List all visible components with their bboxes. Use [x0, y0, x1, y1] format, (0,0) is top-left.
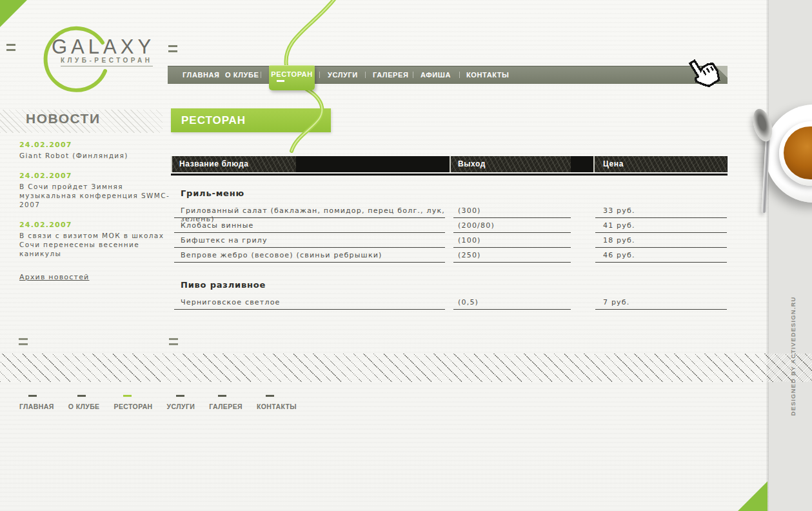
nav-item-glavnaya[interactable]: ГЛАВНАЯ: [183, 66, 220, 84]
dish-portion: (300): [453, 204, 571, 218]
footer-label: О КЛУБЕ: [68, 403, 100, 410]
footer-label: РЕСТОРАН: [114, 403, 153, 410]
nav-separator: [459, 72, 460, 78]
header-segment-separator: [171, 156, 172, 172]
footer-label: ГАЛЕРЕЯ: [209, 403, 243, 410]
news-date: 24.02.2007: [19, 221, 173, 229]
nav-item-afisha[interactable]: АФИША: [421, 66, 451, 84]
dish-name: Бифштекс на грилу: [174, 234, 445, 248]
footer-nav: ГЛАВНАЯ О КЛУБЕ РЕСТОРАН УСЛУГИ ГАЛЕРЕЯ …: [19, 395, 311, 410]
news-list: 24.02.2007 Giant Robot (Финляндия) 24.02…: [19, 141, 173, 282]
news-text: В Сочи пройдет Зимняя музыкальная конфер…: [19, 182, 173, 209]
nav-item-restoran-active[interactable]: РЕСТОРАН: [269, 65, 315, 90]
page-title: РЕСТОРАН: [181, 108, 246, 132]
menu-section-grill: Гриль-меню Грилованный салат (баклажан, …: [171, 188, 728, 263]
nav-item-galereya[interactable]: ГАЛЕРЕЯ: [373, 66, 408, 84]
dish-price: 33 руб.: [595, 204, 727, 218]
nav-item-kontakty[interactable]: КОНТАКТЫ: [466, 66, 509, 84]
dish-price: 46 руб.: [595, 248, 727, 263]
news-date: 24.02.2007: [19, 172, 173, 180]
background-strip: [769, 0, 812, 511]
nav-separator: [413, 72, 413, 78]
dish-price: 18 руб.: [595, 234, 727, 248]
page: GALAXY КЛУБ-РЕСТОРАН ГЛАВНАЯ О КЛУБЕ РЕС…: [0, 0, 812, 511]
dish-name: Черниговское светлое: [174, 296, 445, 310]
news-item[interactable]: 24.02.2007 В связи с визитом МОК в школа…: [19, 221, 173, 258]
table-row: Вепрове жебро (весовое) (свиньи ребрышки…: [171, 248, 728, 263]
footer-item-glavnaya[interactable]: ГЛАВНАЯ: [19, 395, 54, 410]
menu-table: Гриль-меню Грилованный салат (баклажан, …: [171, 188, 728, 310]
footer-dash: [266, 395, 274, 397]
news-item[interactable]: 24.02.2007 Giant Robot (Финляндия): [19, 141, 173, 160]
footer-dash: [218, 395, 226, 397]
table-header-rule: [171, 174, 728, 175]
table-row: Клобасы винные (200/80) 41 руб.: [171, 219, 728, 234]
menu-section-title: Пиво разливное: [181, 280, 728, 290]
equals-marker-icon: [168, 45, 177, 52]
menu-section-beer: Пиво разливное Черниговское светлое (0,5…: [171, 280, 728, 310]
header-segment-separator: [450, 156, 451, 172]
nav-item-uslugi[interactable]: УСЛУГИ: [328, 66, 358, 84]
column-header-name: Название блюда: [179, 156, 249, 172]
active-tab-dash: [277, 80, 284, 82]
footer-label: КОНТАКТЫ: [257, 403, 297, 410]
equals-marker-icon: [169, 338, 178, 345]
news-archive-link[interactable]: Архив новостей: [19, 273, 89, 281]
news-title: НОВОСТИ: [26, 111, 101, 126]
column-header-price: Цена: [603, 156, 624, 172]
footer-dash: [28, 395, 37, 397]
equals-marker-icon: [19, 338, 28, 345]
footer-label: ГЛАВНАЯ: [19, 403, 54, 410]
header-segment-separator: [593, 156, 595, 172]
paper-torn-edge: [766, 0, 769, 511]
footer-item-galereya[interactable]: ГАЛЕРЕЯ: [209, 395, 243, 410]
dish-price: 7 руб.: [595, 296, 727, 310]
brand-logo[interactable]: GALAXY КЛУБ-РЕСТОРАН: [27, 19, 169, 97]
nav-separator: [217, 72, 217, 78]
footer-item-restoran[interactable]: РЕСТОРАН: [114, 395, 153, 410]
dish-name: Клобасы винные: [174, 219, 445, 233]
footer-dash: [176, 395, 184, 397]
column-header-portion: Выход: [458, 156, 486, 172]
dish-price: 41 руб.: [595, 219, 727, 233]
news-text: В связи с визитом МОК в школах Сочи пере…: [19, 231, 173, 258]
nav-item-o-klube[interactable]: О КЛУБЕ: [225, 66, 259, 84]
table-row: Черниговское светлое (0,5) 7 руб.: [171, 296, 728, 310]
news-text: Giant Robot (Финляндия): [19, 151, 173, 160]
menu-table-header: Название блюда Выход Цена: [171, 156, 728, 172]
dish-portion: (0,5): [453, 296, 571, 310]
news-date: 24.02.2007: [19, 141, 173, 149]
footer-label: УСЛУГИ: [167, 403, 195, 410]
hatch-divider-band: [0, 354, 812, 382]
footer-item-kontakty[interactable]: КОНТАКТЫ: [257, 395, 297, 410]
brand-name: GALAXY: [52, 35, 155, 59]
menu-section-title: Гриль-меню: [181, 188, 728, 199]
brand-subtitle: КЛУБ-РЕСТОРАН: [61, 57, 153, 66]
nav-separator: [261, 72, 261, 78]
footer-item-uslugi[interactable]: УСЛУГИ: [167, 395, 195, 410]
nav-separator: [319, 72, 320, 78]
dish-name: Вепрове жебро (весовое) (свиньи ребрышки…: [174, 248, 445, 263]
page-title-banner: РЕСТОРАН: [171, 108, 331, 132]
dish-portion: (200/80): [453, 219, 571, 233]
dish-portion: (100): [453, 234, 571, 248]
corner-triangle-top-left: [0, 0, 27, 27]
nav-separator: [365, 72, 366, 78]
designer-credit[interactable]: DESIGNED BY ACTIVEDESIGN.RU: [789, 313, 798, 416]
footer-item-o-klube[interactable]: О КЛУБЕ: [68, 395, 100, 410]
equals-marker-icon: [6, 44, 15, 51]
table-row: Бифштекс на грилу (100) 18 руб.: [171, 234, 728, 248]
dish-portion: (250): [453, 248, 571, 263]
corner-triangle-bottom-right: [738, 481, 767, 511]
table-row: Грилованный салат (баклажан, помидор, пе…: [171, 204, 728, 219]
news-item[interactable]: 24.02.2007 В Сочи пройдет Зимняя музыкал…: [19, 172, 173, 209]
hand-cursor-icon: [685, 54, 721, 94]
footer-dash: [77, 395, 86, 397]
nav-item-restoran-label: РЕСТОРАН: [271, 70, 312, 78]
footer-dash-active: [123, 395, 132, 397]
dish-name: Грилованный салат (баклажан, помидор, пе…: [174, 204, 445, 218]
